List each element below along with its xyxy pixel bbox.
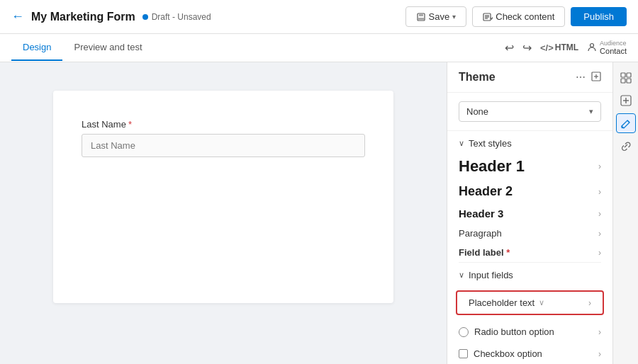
canvas: Last Name* [0, 62, 447, 364]
panel-main: Theme ⋯ None ▾ ∨ [447, 62, 612, 364]
style-item-header1[interactable]: Header 1 › [447, 153, 612, 180]
add-block-icon [620, 95, 632, 106]
header3-label: Header 3 [459, 207, 503, 220]
topbar-left: ← My Marketing Form Draft - Unsaved [11, 9, 211, 24]
radio-circle-icon [459, 327, 469, 337]
field-label: Last Name* [82, 119, 365, 130]
paragraph-chevron: › [598, 229, 601, 239]
style-item-header2[interactable]: Header 2 › [447, 180, 612, 203]
checkbox-label: Checkbox option [474, 348, 542, 359]
save-chevron: ▾ [452, 13, 456, 21]
radio-item[interactable]: Radio button option › [447, 321, 612, 343]
check-content-icon [483, 12, 493, 22]
header2-label: Header 2 [459, 184, 513, 199]
save-icon [416, 12, 426, 22]
panel-expand-button[interactable] [591, 72, 601, 84]
input-fields-chevron: ∨ [459, 271, 464, 280]
svg-rect-12 [627, 73, 631, 77]
panel-header: Theme ⋯ [447, 62, 612, 93]
main-layout: Last Name* Theme ⋯ [0, 62, 638, 364]
header3-chevron: › [598, 209, 601, 219]
placeholder-chevron: › [588, 298, 591, 308]
subnav-actions: ↩ ↪ </> HTML Audience Contact [505, 40, 627, 57]
draft-dot [142, 14, 148, 20]
svg-rect-13 [621, 79, 625, 83]
right-panel: Theme ⋯ None ▾ ∨ [447, 62, 638, 364]
svg-rect-1 [419, 13, 423, 16]
html-label: HTML [555, 42, 578, 52]
placeholder-text: Placeholder text [469, 297, 535, 308]
fieldlabel-chevron: › [598, 248, 601, 258]
theme-value: None [466, 106, 488, 117]
input-fields-title: Input fields [469, 270, 513, 280]
svg-line-18 [627, 120, 629, 123]
form-card: Last Name* [53, 91, 393, 303]
theme-section: None ▾ [447, 93, 612, 131]
style-item-header3[interactable]: Header 3 › [447, 203, 612, 224]
panel-theme-title: Theme [459, 71, 496, 84]
radio-label: Radio button option [474, 326, 554, 337]
checkbox-square-icon [459, 349, 468, 358]
required-asterisk: * [128, 119, 132, 130]
check-content-label: Check content [496, 11, 554, 22]
undo-icon: ↩ [505, 41, 514, 55]
header1-label: Header 1 [459, 157, 525, 176]
style-item-fieldlabel[interactable]: Field label * › [447, 243, 612, 262]
redo-icon: ↪ [522, 41, 532, 55]
publish-label: Publish [583, 11, 614, 22]
audience-button[interactable]: Audience Contact [587, 40, 627, 57]
panel-sidebar [612, 62, 638, 364]
svg-rect-2 [418, 18, 424, 20]
theme-select[interactable]: None ▾ [459, 101, 601, 122]
placeholder-item[interactable]: Placeholder text ∨ › [456, 290, 604, 315]
grid-icon [620, 72, 632, 84]
link-icon [620, 140, 632, 152]
paragraph-label: Paragraph [459, 228, 502, 239]
html-button[interactable]: </> HTML [540, 42, 578, 53]
svg-rect-14 [627, 79, 631, 83]
checkbox-left: Checkbox option [459, 348, 542, 359]
topbar-right: Save ▾ Check content Publish [405, 6, 627, 27]
publish-button[interactable]: Publish [571, 7, 627, 26]
edit-pen-icon [620, 118, 632, 129]
subnav: Design Preview and test ↩ ↪ </> HTML Aud… [0, 34, 638, 62]
back-button[interactable]: ← [11, 9, 24, 24]
text-styles-title: Text styles [469, 138, 512, 149]
sidebar-edit-button[interactable] [616, 113, 636, 133]
header1-chevron: › [598, 161, 601, 171]
redo-button[interactable]: ↪ [522, 41, 532, 55]
save-button[interactable]: Save ▾ [405, 6, 467, 27]
tab-preview[interactable]: Preview and test [62, 35, 153, 61]
text-styles-chevron: ∨ [459, 139, 464, 148]
radio-left: Radio button option [459, 326, 554, 337]
placeholder-left: Placeholder text ∨ [469, 297, 544, 308]
panel-more-button[interactable]: ⋯ [576, 72, 586, 83]
more-icon: ⋯ [576, 72, 586, 83]
placeholder-dropdown-icon: ∨ [539, 298, 544, 307]
header2-chevron: › [598, 187, 601, 197]
svg-point-7 [591, 44, 594, 47]
audience-sub: Contact [600, 47, 627, 56]
expand-icon [591, 72, 601, 81]
undo-button[interactable]: ↩ [505, 41, 514, 55]
back-icon: ← [11, 9, 24, 24]
topbar: ← My Marketing Form Draft - Unsaved Save… [0, 0, 638, 34]
tab-design[interactable]: Design [11, 35, 62, 61]
sidebar-add-button[interactable] [616, 91, 636, 110]
panel-header-actions: ⋯ [576, 72, 601, 84]
theme-chevron: ▾ [589, 107, 593, 116]
field-label-text: Last Name [82, 119, 126, 130]
audience-icon [587, 42, 597, 52]
input-fields-section-header[interactable]: ∨ Input fields [447, 263, 612, 285]
svg-rect-11 [621, 73, 625, 77]
checkbox-item[interactable]: Checkbox option › [447, 343, 612, 364]
sidebar-link-button[interactable] [616, 136, 636, 156]
last-name-input[interactable] [82, 134, 365, 157]
subnav-tabs: Design Preview and test [11, 35, 154, 61]
sidebar-grid-button[interactable] [616, 68, 636, 88]
draft-label: Draft - Unsaved [152, 12, 211, 22]
check-content-button[interactable]: Check content [472, 6, 565, 27]
text-styles-section-header[interactable]: ∨ Text styles [447, 131, 612, 153]
style-item-paragraph[interactable]: Paragraph › [447, 224, 612, 243]
radio-chevron: › [598, 327, 601, 337]
